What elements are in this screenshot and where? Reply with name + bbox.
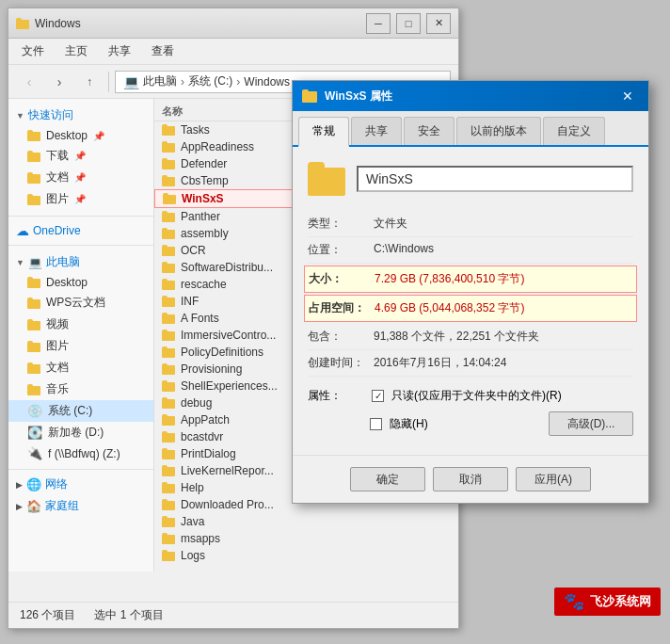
- homegroup-label: 家庭组: [45, 498, 79, 514]
- dialog-close-button[interactable]: ✕: [616, 86, 639, 106]
- file-item-name: Help: [181, 481, 204, 494]
- sidebar-item-downloads[interactable]: 下载 📌: [8, 145, 153, 167]
- dialog-folder-name[interactable]: WinSxS: [357, 166, 633, 192]
- title-text: Windows: [35, 17, 360, 30]
- file-item-name: Provisioning: [181, 362, 242, 376]
- column-name-header: 名称: [162, 105, 183, 119]
- menu-file[interactable]: 文件: [12, 40, 54, 63]
- info-row-location: 位置： C:\Windows: [308, 237, 633, 264]
- sidebar-item-wps[interactable]: WPS云文档: [8, 292, 153, 314]
- file-item-name: WinSxS: [182, 192, 224, 205]
- sidebar-item-zdrive[interactable]: 🔌 f (\\Bdfwq) (Z:): [8, 443, 153, 463]
- sidebar-item-label: 新加卷 (D:): [48, 425, 104, 441]
- folder-icon: [27, 151, 40, 162]
- breadcrumb-folder[interactable]: Windows: [244, 75, 290, 89]
- back-button[interactable]: ‹: [16, 69, 42, 95]
- maximize-button[interactable]: □: [396, 13, 421, 34]
- folder-icon: [162, 346, 175, 358]
- attr-row-1: 属性： 只读(仅应用于文件夹中的文件)(R): [308, 384, 633, 408]
- folder-icon: [27, 298, 40, 309]
- breadcrumb-computer[interactable]: 此电脑: [143, 73, 177, 89]
- homegroup-header[interactable]: ▶ 🏠 家庭组: [8, 495, 153, 517]
- drive-icon: 💿: [27, 404, 42, 418]
- file-item-name: ShellExperiences...: [181, 379, 278, 393]
- sidebar-item-comp-desktop[interactable]: Desktop: [8, 273, 153, 292]
- tab-previous-versions[interactable]: 以前的版本: [456, 117, 541, 145]
- apply-button[interactable]: 应用(A): [516, 467, 591, 491]
- expand-arrow-icon: ▶: [16, 480, 23, 490]
- advanced-button[interactable]: 高级(D)...: [549, 411, 633, 436]
- pin-icon: 📌: [93, 131, 104, 141]
- info-row-created: 创建时间： 2016年7月16日，14:04:24: [308, 350, 633, 377]
- sidebar-item-ddrive[interactable]: 💽 新加卷 (D:): [8, 422, 153, 443]
- watermark: 🐾 飞沙系统网: [554, 588, 661, 616]
- file-item-name: A Fonts: [181, 312, 219, 325]
- folder-icon: [162, 516, 175, 527]
- folder-icon: [162, 279, 175, 290]
- sidebar-item-cdrive[interactable]: 💿 系统 (C:): [8, 400, 153, 422]
- sidebar-item-pics[interactable]: 图片: [8, 335, 153, 357]
- info-label-location: 位置：: [308, 242, 374, 258]
- sidebar-item-music[interactable]: 音乐: [8, 378, 153, 400]
- menu-home[interactable]: 主页: [56, 40, 97, 63]
- file-item-msapps[interactable]: msapps: [154, 530, 458, 547]
- info-row-type: 类型： 文件夹: [308, 211, 633, 237]
- cancel-button[interactable]: 取消: [433, 467, 508, 491]
- folder-icon: [162, 397, 175, 409]
- title-bar: Windows ─ □ ✕: [8, 8, 458, 39]
- pin-icon: 📌: [74, 151, 86, 161]
- dialog-title-bar: WinSxS 属性 ✕: [293, 81, 648, 111]
- attributes-section: 属性： 只读(仅应用于文件夹中的文件)(R) 隐藏(H) 高级(D)...: [308, 384, 633, 440]
- network-header[interactable]: ▶ 🌐 网络: [8, 474, 153, 495]
- sidebar-item-label: Desktop: [46, 276, 88, 289]
- forward-button[interactable]: ›: [46, 69, 72, 95]
- sidebar-item-label: 图片: [46, 338, 69, 354]
- menu-view[interactable]: 查看: [142, 40, 183, 63]
- tab-security[interactable]: 安全: [404, 117, 455, 145]
- folder-icon: [162, 141, 175, 153]
- chevron-icon: ▼: [16, 111, 24, 121]
- folder-icon: [163, 193, 176, 204]
- confirm-button[interactable]: 确定: [350, 467, 425, 491]
- toolbar-separator: [108, 72, 109, 92]
- menu-bar: 文件 主页 共享 查看: [8, 39, 458, 65]
- file-item-java[interactable]: Java: [154, 513, 458, 530]
- computer-header[interactable]: ▼ 💻 此电脑: [8, 251, 153, 273]
- title-folder-icon: [16, 18, 29, 29]
- sidebar-item-label: WPS云文档: [46, 295, 105, 311]
- folder-icon: [162, 313, 175, 324]
- sidebar-divider-1: [8, 216, 153, 217]
- folder-icon: [162, 158, 175, 169]
- folder-icon: [162, 380, 175, 392]
- dialog-title-text: WinSxS 属性: [325, 89, 609, 105]
- sidebar-item-desktop[interactable]: Desktop 📌: [8, 126, 153, 145]
- file-item-name: bcastdvr: [181, 430, 223, 443]
- menu-share[interactable]: 共享: [99, 40, 140, 63]
- close-button[interactable]: ✕: [426, 13, 451, 34]
- computer-icon: 💻: [28, 256, 42, 269]
- breadcrumb-drive[interactable]: 系统 (C:): [188, 73, 232, 89]
- file-item-logs[interactable]: Logs: [154, 547, 458, 564]
- drive-icon: 🔌: [27, 446, 42, 460]
- sidebar-item-pictures[interactable]: 图片 📌: [8, 188, 153, 210]
- sidebar-item-mydocs[interactable]: 文档: [8, 357, 153, 378]
- onedrive-icon: ☁: [16, 223, 29, 238]
- tab-share[interactable]: 共享: [351, 117, 402, 145]
- quickaccess-group: ▼ 快速访问 Desktop 📌 下载 📌 文档 📌: [8, 103, 153, 212]
- dialog-folder-header: WinSxS: [308, 162, 633, 196]
- readonly-checkbox[interactable]: [372, 390, 384, 402]
- sidebar-item-docs[interactable]: 文档 📌: [8, 167, 153, 188]
- sidebar: ▼ 快速访问 Desktop 📌 下载 📌 文档 📌: [8, 99, 154, 572]
- pin-icon: 📌: [74, 194, 86, 204]
- tab-general[interactable]: 常规: [298, 117, 349, 147]
- hidden-checkbox[interactable]: [370, 418, 382, 430]
- quickaccess-header[interactable]: ▼ 快速访问: [8, 105, 153, 126]
- dialog-tabs: 常规 共享 安全 以前的版本 自定义: [293, 111, 648, 147]
- minimize-button[interactable]: ─: [366, 13, 391, 34]
- tab-customize[interactable]: 自定义: [543, 117, 605, 145]
- sidebar-item-videos[interactable]: 视频: [8, 314, 153, 335]
- onedrive-header[interactable]: ☁ OneDrive: [8, 220, 153, 241]
- folder-icon: [27, 341, 40, 352]
- up-button[interactable]: ↑: [76, 69, 103, 95]
- folder-icon: [162, 175, 175, 186]
